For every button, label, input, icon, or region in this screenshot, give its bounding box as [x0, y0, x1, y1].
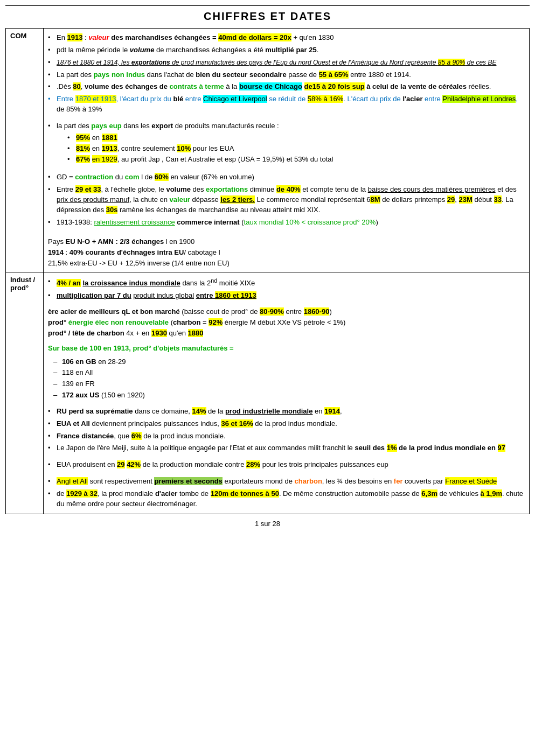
indust-bullet-eua42: EUA produisent en 29 42% de la productio…	[48, 459, 525, 471]
com-label: COM	[6, 29, 44, 272]
dash-us: 172 aux US (150 en 1920)	[53, 390, 525, 401]
indust-bullet-eua: EUA et All deviennent principales puissa…	[48, 418, 525, 430]
com-bullet-10: 1913-1938: ralentissement croissance com…	[48, 216, 525, 229]
page-title: CHIFFRES ET DATES	[5, 5, 530, 23]
com-sub-2: 81% en 1913, contre seulement 10% pour l…	[67, 143, 525, 154]
indust-acier-block: ère acier de meilleurs qL et bon marché …	[48, 306, 525, 339]
dash-gb: 106 en GB en 28-29	[53, 356, 525, 368]
com-bullet-2: pdt la même période le volume de marchan…	[48, 44, 525, 57]
com-bullet-1: En 1913 : valeur des marchandises échang…	[48, 32, 525, 44]
indust-row: Indust /prod° 4% / an la croissance indu…	[6, 272, 530, 514]
main-table: COM En 1913 : valeur des marchandises éc…	[5, 28, 530, 514]
com-sub-1: 95% en 1881	[67, 132, 525, 143]
com-bullet-5: .Dès 80, volume des échanges de contrats…	[48, 81, 525, 93]
indust-label: Indust /prod°	[6, 272, 44, 514]
indust-bullet-acier32: de 1929 à 32, la prod mondiale d'acier t…	[48, 488, 525, 510]
com-bullet-7: la part des pays eup dans les export de …	[48, 120, 525, 167]
indust-bullet-2: multiplication par 7 du produit indus gl…	[48, 290, 525, 302]
com-row: COM En 1913 : valeur des marchandises éc…	[6, 29, 530, 272]
com-bullet-4: La part des pays non indus dans l'achat …	[48, 69, 525, 81]
page-number: 1 sur 28	[5, 520, 530, 528]
indust-bullet-ru: RU perd sa suprématie dans ce domaine, 1…	[48, 405, 525, 418]
indust-bullet-1: 4% / an la croissance indus mondiale dan…	[48, 276, 525, 290]
com-content: En 1913 : valeur des marchandises échang…	[44, 29, 530, 272]
com-bullet-6: Entre 1870 et 1913, l'écart du prix du b…	[48, 93, 525, 116]
dash-fr: 139 en FR	[53, 379, 525, 390]
com-bullet-8: GD = contraction du com l de 60% en vale…	[48, 171, 525, 184]
com-sub-3: 67% en 1929, au profit Jap , Can et Aust…	[67, 154, 525, 165]
indust-bullet-angl: Angl et All sont respectivement premiers…	[48, 475, 525, 488]
com-bullet-3: 1876 et 1880 et 1914, les exportations d…	[48, 57, 525, 69]
indust-base100-block: Sur base de 100 en 1913, prod° d'objets …	[48, 343, 525, 401]
indust-bullet-fr: France distancée, que 6% de la prod indu…	[48, 430, 525, 443]
com-bullet-9: Entre 29 et 33, à l'échelle globe, le vo…	[48, 184, 525, 216]
indust-bullet-japon: Le Japon de l'ère Meiji, suite à la poli…	[48, 442, 525, 454]
pays-section: Pays EU N-O + AMN : 2/3 échanges l en 19…	[48, 234, 525, 269]
dash-all: 118 en All	[53, 367, 525, 379]
indust-content: 4% / an la croissance indus mondiale dan…	[44, 272, 530, 514]
